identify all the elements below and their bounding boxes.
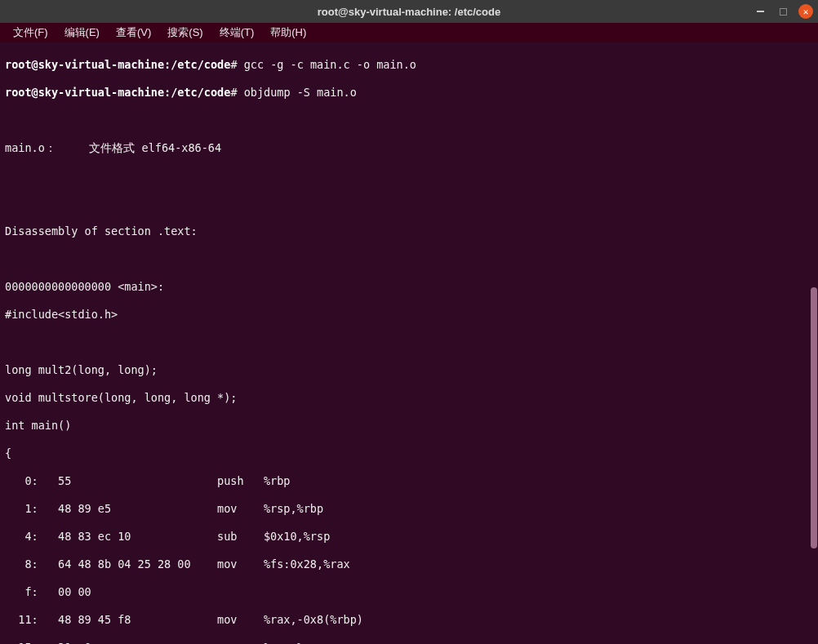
prompt-hash: # bbox=[230, 58, 237, 71]
menu-search[interactable]: 搜索(S) bbox=[159, 24, 211, 42]
src-include-line: #include<stdio.h> bbox=[5, 308, 813, 322]
prompt-user-host: root@sky-virtual-machine bbox=[5, 86, 164, 99]
window-controls-group: ✕ bbox=[753, 4, 813, 19]
symbol-main-line: 0000000000000000 <main>: bbox=[5, 280, 813, 294]
src-main-decl-line: int main() bbox=[5, 419, 813, 433]
prompt-user-host: root@sky-virtual-machine bbox=[5, 58, 164, 71]
menu-terminal[interactable]: 终端(T) bbox=[211, 24, 263, 42]
window-minimize-button[interactable] bbox=[753, 4, 767, 19]
prompt-path: /etc/code bbox=[171, 58, 230, 71]
prompt-hash: # bbox=[230, 86, 237, 99]
minimize-icon bbox=[757, 11, 764, 12]
menu-help[interactable]: 帮助(H) bbox=[262, 24, 314, 42]
src-brace-open-line: { bbox=[5, 446, 813, 460]
asm-line-08: 8: 64 48 8b 04 25 28 00 mov %fs:0x28,%ra… bbox=[5, 557, 813, 571]
prompt-line-1: root@sky-virtual-machine:/etc/code# gcc … bbox=[5, 58, 813, 72]
src-proto2-line: void multstore(long, long, long *); bbox=[5, 391, 813, 405]
command-objdump: objdump -S main.o bbox=[244, 86, 357, 99]
blank-line bbox=[5, 169, 813, 183]
close-icon: ✕ bbox=[803, 7, 809, 17]
blank-line bbox=[5, 113, 813, 127]
prompt-line-2: root@sky-virtual-machine:/etc/code# objd… bbox=[5, 86, 813, 100]
scrollbar-thumb[interactable] bbox=[811, 287, 817, 549]
file-format-line: main.o： 文件格式 elf64-x86-64 bbox=[5, 141, 813, 155]
blank-line bbox=[5, 335, 813, 349]
window-close-button[interactable]: ✕ bbox=[798, 4, 813, 19]
window-maximize-button[interactable] bbox=[776, 4, 790, 19]
prompt-sep: : bbox=[164, 86, 171, 99]
window-titlebar: root@sky-virtual-machine: /etc/code ✕ bbox=[0, 0, 818, 23]
prompt-path: /etc/code bbox=[171, 86, 230, 99]
disasm-header: Disassembly of section .text: bbox=[5, 224, 813, 238]
asm-line-0f: f: 00 00 bbox=[5, 585, 813, 599]
vertical-scrollbar[interactable] bbox=[810, 42, 818, 644]
asm-line-04: 4: 48 83 ec 10 sub $0x10,%rsp bbox=[5, 530, 813, 544]
terminal-viewport[interactable]: root@sky-virtual-machine:/etc/code# gcc … bbox=[0, 42, 818, 644]
asm-line-11: 11: 48 89 45 f8 mov %rax,-0x8(%rbp) bbox=[5, 613, 813, 627]
blank-line bbox=[5, 252, 813, 266]
maximize-icon bbox=[780, 8, 787, 16]
window-title: root@sky-virtual-machine: /etc/code bbox=[0, 6, 818, 18]
command-compile: gcc -g -c main.c -o main.o bbox=[244, 58, 416, 71]
blank-line bbox=[5, 197, 813, 211]
menu-view[interactable]: 查看(V) bbox=[108, 24, 159, 42]
src-proto1-line: long mult2(long, long); bbox=[5, 363, 813, 377]
asm-line-01: 1: 48 89 e5 mov %rsp,%rbp bbox=[5, 502, 813, 516]
menu-edit[interactable]: 编辑(E) bbox=[56, 24, 108, 42]
prompt-sep: : bbox=[164, 58, 171, 71]
menubar: 文件(F) 编辑(E) 查看(V) 搜索(S) 终端(T) 帮助(H) bbox=[0, 23, 818, 42]
asm-line-00: 0: 55 push %rbp bbox=[5, 474, 813, 488]
asm-line-15: 15: 31 c0 xor %eax,%eax bbox=[5, 641, 813, 644]
menu-file[interactable]: 文件(F) bbox=[5, 24, 56, 42]
